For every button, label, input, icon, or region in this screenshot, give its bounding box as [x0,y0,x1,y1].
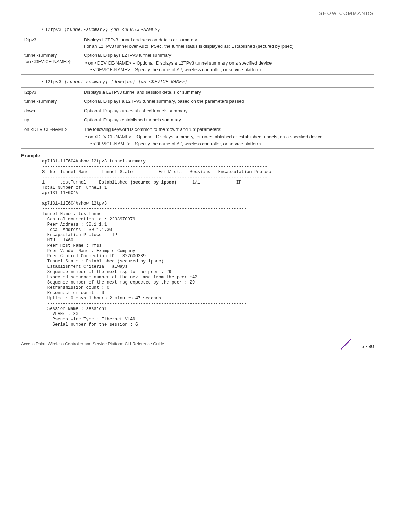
desc-bullet: on <DEVICE-NAME> – Optional. Displays su… [84,134,371,140]
desc-line: Optional. Displays L2TPv3 tunnel summary [84,52,371,59]
page-number: 6 - 90 [361,344,374,349]
desc-line: For an L2TPv3 tunnel over Auto IPSec, th… [84,43,371,49]
term-post: 1/1 IP Total Number of Tunnels 1 ap7131-… [42,180,247,327]
terminal-output: ap7131-11E6C4#show l2tpv3 tunnel-summary… [42,159,374,327]
params-table-2: l2tpv3 Displays a L2TPv3 tunnel and sess… [21,87,374,149]
param-desc: Optional. Displays established tunnels s… [81,115,374,125]
table-row: l2tpv3 Displays a L2TPv3 tunnel and sess… [21,87,374,97]
param-name: on <DEVICE-NAME> [21,125,81,148]
param-desc: Optional. Displays a L2TPv3 tunnel summa… [81,97,374,106]
page-header: SHOW COMMANDS [21,11,374,16]
param-line: {on <DEVICE-NAME>} [24,59,78,65]
table-row: l2tpv3 Displays L2TPv3 tunnel and sessio… [21,35,374,51]
param-line: tunnel-summary [24,52,78,59]
desc-sub-bullet: <DEVICE-NAME> – Specify the name of AP, … [84,141,371,147]
page-footer: Access Point, Wireless Controller and Se… [21,341,374,346]
footer-slash-icon [339,337,353,351]
desc-bullet: on <DEVICE-NAME> – Optional. Displays a … [84,60,371,66]
param-desc: Optional. Displays un-established tunnel… [81,106,374,115]
syntax1-cmd: l2tpv3 [45,27,61,32]
syntax-line-2: l2tpv3 {tunnel-summary} {down|up} {on <D… [42,79,374,85]
param-name: tunnel-summary [21,97,81,106]
footer-text: Access Point, Wireless Controller and Se… [21,341,164,346]
param-name: l2tpv3 [21,87,81,97]
example-heading: Example [21,153,374,158]
term-bold: (secured by ipsec) [130,180,177,185]
param-desc: The following keyword is common to the '… [81,125,374,148]
desc-line: Displays L2TPv3 tunnel and session detai… [84,37,371,43]
param-name: up [21,115,81,125]
params-table-1: l2tpv3 Displays L2TPv3 tunnel and sessio… [21,35,374,75]
table-row: tunnel-summary {on <DEVICE-NAME>} Option… [21,51,374,75]
table-row: on <DEVICE-NAME> The following keyword i… [21,125,374,148]
table-row: tunnel-summary Optional. Displays a L2TP… [21,97,374,106]
syntax2-args: {tunnel-summary} {down|up} {on <DEVICE-N… [64,79,187,85]
param-name: down [21,106,81,115]
syntax-line-1: l2tpv3 {tunnel-summary} {on <DEVICE-NAME… [42,27,374,32]
syntax2-cmd: l2tpv3 [45,79,61,85]
param-name: l2tpv3 [21,35,81,51]
syntax1-args: {tunnel-summary} {on <DEVICE-NAME>} [64,27,160,32]
param-desc: Optional. Displays L2TPv3 tunnel summary… [81,51,374,75]
param-desc: Displays a L2TPv3 tunnel and session det… [81,87,374,97]
param-name: tunnel-summary {on <DEVICE-NAME>} [21,51,81,75]
desc-line: The following keyword is common to the '… [84,126,371,133]
table-row: up Optional. Displays established tunnel… [21,115,374,125]
table-row: down Optional. Displays un-established t… [21,106,374,115]
desc-sub-bullet: <DEVICE-NAME> – Specify the name of AP, … [84,67,371,73]
param-desc: Displays L2TPv3 tunnel and session detai… [81,35,374,51]
